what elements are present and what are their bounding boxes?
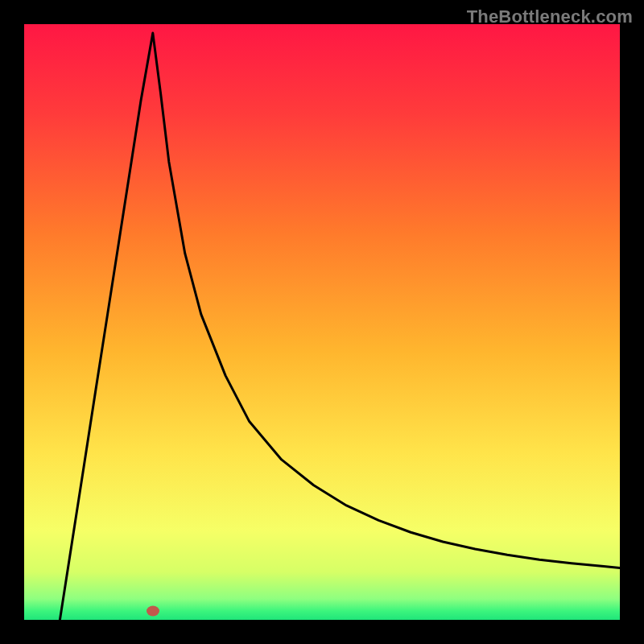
plot-frame — [24, 24, 620, 620]
background-gradient — [24, 24, 620, 620]
